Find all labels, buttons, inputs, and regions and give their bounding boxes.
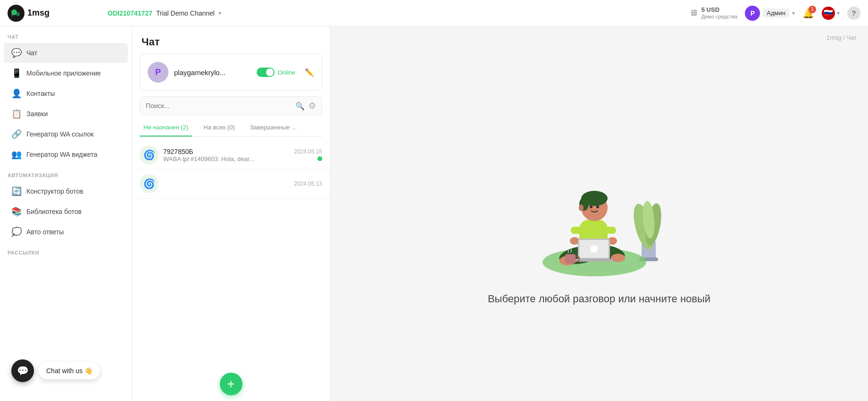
sidebar-item-chat[interactable]: 💬 Чат — [4, 43, 128, 63]
channel-info: ODI210741727 Trial Demo Channel ▾ — [108, 9, 684, 17]
sidebar: ЧАТ 💬 Чат 📱 Мобильное приложение 👤 Конта… — [0, 26, 132, 401]
svg-rect-15 — [571, 227, 584, 234]
main-content: 1msg / Чат — [330, 26, 868, 401]
online-badge: Online — [257, 68, 295, 77]
wa-widget-icon: 👥 — [11, 149, 22, 160]
chat-widget-icon: 💬 — [17, 365, 29, 376]
chat-item-time-1: 2024.05.15 — [294, 148, 322, 155]
logo-icon — [8, 5, 25, 22]
chat-widget: 💬 Chat with us 👋 — [11, 359, 100, 382]
chat-list-item-2[interactable]: 🌀 2024.05.13 — [132, 170, 330, 198]
sidebar-item-contacts[interactable]: 👤 Контакты — [4, 84, 128, 103]
chat-section-label: ЧАТ — [0, 26, 132, 43]
svg-rect-16 — [603, 227, 616, 234]
header-right: 🖥 5 USD Демо средства P Админ ▾ 🔔 1 🇷🇺 ▾… — [689, 6, 860, 21]
svg-point-26 — [590, 205, 593, 208]
balance-label: Демо средства — [701, 14, 738, 20]
empty-state-text: Выберите любой разговор или начните новы… — [488, 293, 710, 305]
chat-widget-label[interactable]: Chat with us 👋 — [39, 362, 100, 379]
svg-point-28 — [579, 205, 584, 211]
language-selector[interactable]: 🇷🇺 ▾ — [822, 7, 840, 20]
sidebar-wa-links-label: Генератор WA ссылок — [26, 130, 93, 138]
add-chat-button[interactable]: + — [220, 373, 242, 395]
online-toggle[interactable] — [257, 68, 275, 77]
tab-completed[interactable]: Завершенные ... — [246, 119, 300, 137]
chat-item-top-2: 2024.05.13 — [163, 180, 322, 187]
filter-icon[interactable]: ⚙ — [309, 101, 316, 111]
sidebar-item-mobile[interactable]: 📱 Мобильное приложение — [4, 63, 128, 83]
logo-text: 1msg — [27, 8, 50, 18]
automation-section-label: АВТОМАТИЗАЦИЯ — [0, 165, 132, 181]
channel-card-avatar: P — [148, 62, 168, 83]
balance-amount: 5 USD — [701, 6, 738, 14]
sidebar-item-auto-reply[interactable]: 💭 Авто ответы — [4, 222, 128, 242]
top-header: 1msg ODI210741727 Trial Demo Channel ▾ 🖥… — [0, 0, 868, 26]
flag-icon: 🇷🇺 — [822, 7, 835, 20]
online-text: Online — [277, 69, 295, 76]
balance-info: 🖥 5 USD Демо средства — [689, 6, 738, 20]
tab-all[interactable]: На всех (0) — [200, 119, 238, 137]
bot-library-icon: 📚 — [11, 206, 22, 217]
chat-avatar-1: 🌀 — [140, 145, 159, 164]
chat-avatar-2: 🌀 — [140, 174, 159, 193]
chat-list: 🌀 7927850Б 2024.05.15 WABA tpl #1409603:… — [132, 137, 330, 367]
read-dot-1 — [317, 156, 322, 161]
svg-point-3 — [11, 14, 14, 17]
chat-panel-header: Чат — [132, 26, 330, 54]
notification-badge: 1 — [809, 6, 816, 13]
lang-dropdown-arrow: ▾ — [837, 10, 840, 17]
help-button[interactable]: ? — [847, 7, 860, 20]
bot-builder-icon: 🔄 — [11, 186, 22, 196]
chat-item-time-2: 2024.05.13 — [294, 180, 322, 187]
sidebar-bot-builder-label: Конструктор ботов — [26, 188, 83, 195]
chat-icon: 💬 — [11, 48, 22, 58]
user-info: P Админ ▾ — [745, 6, 795, 21]
empty-state-illustration — [524, 151, 675, 283]
chat-item-content-2: 2024.05.13 — [163, 180, 322, 187]
breadcrumb: 1msg / Чат — [826, 34, 857, 41]
user-dropdown-arrow[interactable]: ▾ — [792, 10, 795, 17]
svg-rect-22 — [575, 259, 613, 262]
sidebar-tickets-label: Заявки — [26, 110, 48, 118]
user-avatar: P — [745, 6, 760, 21]
sidebar-item-wa-links[interactable]: 🔗 Генератор WA ссылок — [4, 124, 128, 144]
channel-name: Trial Demo Channel — [156, 9, 215, 17]
edit-icon[interactable]: ✏️ — [305, 68, 314, 77]
chat-item-content-1: 7927850Б 2024.05.15 WABA tpl #1409603: H… — [163, 148, 322, 162]
sidebar-item-bot-library[interactable]: 📚 Библиотека ботов — [4, 202, 128, 222]
sidebar-mobile-label: Мобильное приложение — [26, 69, 101, 77]
search-icon: 🔍 — [295, 102, 305, 111]
tab-unassigned[interactable]: Не назначен (2) — [140, 119, 192, 137]
sidebar-bot-library-label: Библиотека ботов — [26, 208, 82, 215]
logo: 1msg — [8, 5, 102, 22]
sidebar-item-tickets[interactable]: 📋 Заявки — [4, 104, 128, 124]
channel-card: P playgamekrylo... Online ✏️ — [140, 54, 322, 91]
search-input[interactable] — [146, 102, 292, 110]
channel-card-name: playgamekrylo... — [174, 68, 251, 77]
svg-point-21 — [590, 245, 598, 253]
illustration — [524, 151, 675, 283]
app-body: ЧАТ 💬 Чат 📱 Мобильное приложение 👤 Конта… — [0, 26, 868, 401]
chat-item-top-1: 7927850Б 2024.05.15 — [163, 148, 322, 155]
chat-panel: Чат P playgamekrylo... Online ✏️ 🔍 ⚙ Не … — [132, 26, 330, 401]
svg-point-27 — [596, 205, 599, 208]
notification-button[interactable]: 🔔 1 — [802, 8, 814, 19]
balance-icon: 🖥 — [689, 8, 698, 18]
contacts-icon: 👤 — [11, 88, 22, 99]
sidebar-item-wa-widget[interactable]: 👥 Генератор WA виджета — [4, 145, 128, 164]
sidebar-contacts-label: Контакты — [26, 90, 55, 97]
sidebar-item-bot-builder[interactable]: 🔄 Конструктор ботов — [4, 181, 128, 201]
sidebar-chat-label: Чат — [26, 49, 37, 57]
channel-dropdown-arrow[interactable]: ▾ — [218, 10, 221, 17]
sidebar-wa-widget-label: Генератор WA виджета — [26, 151, 97, 158]
chat-list-item[interactable]: 🌀 7927850Б 2024.05.15 WABA tpl #1409603:… — [132, 141, 330, 170]
broadcast-section-label: РАССЫЛКИ — [0, 242, 132, 258]
chat-panel-title: Чат — [142, 36, 320, 48]
sidebar-auto-reply-label: Авто ответы — [26, 228, 64, 236]
chat-item-name-1: 7927850Б — [163, 148, 193, 155]
chat-widget-button[interactable]: 💬 — [11, 359, 34, 382]
tickets-icon: 📋 — [11, 109, 22, 119]
balance-text: 5 USD Демо средства — [701, 6, 738, 20]
chat-item-preview-1: WABA tpl #1409603: Hola, dear... — [163, 155, 322, 162]
search-bar: 🔍 ⚙ — [140, 96, 322, 115]
